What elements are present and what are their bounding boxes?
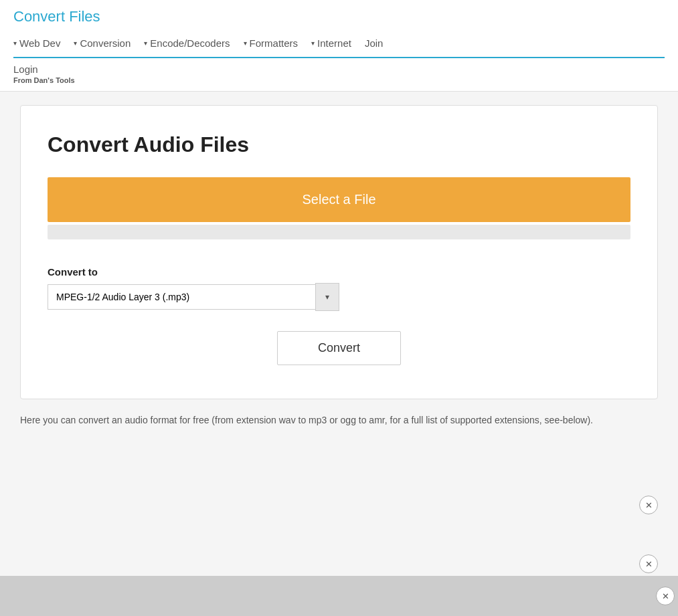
- site-title[interactable]: Convert Files: [13, 8, 100, 25]
- main-card: Convert Audio Files Select a File Conver…: [20, 105, 658, 399]
- file-input-bar: [48, 225, 630, 239]
- description-text: Here you can convert an audio format for…: [20, 413, 658, 427]
- ad-container-1: ✕: [20, 434, 658, 514]
- select-dropdown-arrow[interactable]: ▾: [315, 283, 339, 311]
- page-title: Convert Audio Files: [48, 132, 630, 157]
- nav-item-join[interactable]: Join: [365, 37, 384, 49]
- nav-item-encode[interactable]: ▾ Encode/Decoders: [144, 37, 230, 49]
- close-icon: ✕: [662, 591, 669, 601]
- header: Convert Files ▾ Web Dev ▾ Conversion ▾ E…: [0, 0, 678, 92]
- close-icon: ✕: [645, 559, 653, 569]
- format-select[interactable]: MPEG-1/2 Audio Layer 3 (.mp3) Waveform A…: [48, 284, 315, 310]
- login-section: Login From Dan's Tools: [13, 57, 665, 91]
- nav-label-webdev: Web Dev: [19, 37, 60, 49]
- nav-label-encode: Encode/Decoders: [150, 37, 230, 49]
- chevron-down-icon: ▾: [74, 39, 77, 47]
- close-icon: ✕: [645, 500, 653, 510]
- nav-item-webdev[interactable]: ▾ Web Dev: [13, 37, 60, 49]
- login-link[interactable]: Login: [13, 64, 665, 75]
- nav-label-formatters: Formatters: [250, 37, 299, 49]
- nav-label-internet: Internet: [317, 37, 351, 49]
- convert-button[interactable]: Convert: [277, 331, 401, 365]
- nav-bar: ▾ Web Dev ▾ Conversion ▾ Encode/Decoders…: [13, 31, 665, 56]
- chevron-down-icon: ▾: [13, 39, 17, 47]
- from-text: From: [13, 76, 32, 84]
- chevron-down-icon: ▾: [311, 39, 315, 47]
- description: Here you can convert an audio format for…: [20, 413, 658, 427]
- chevron-down-icon: ▾: [325, 292, 329, 302]
- bottom-ad-close-button[interactable]: ✕: [656, 587, 675, 605]
- header-top: Convert Files: [13, 0, 665, 31]
- chevron-down-icon: ▾: [144, 39, 147, 47]
- nav-item-internet[interactable]: ▾ Internet: [311, 37, 351, 49]
- chevron-down-icon: ▾: [244, 39, 247, 47]
- nav-item-conversion[interactable]: ▾ Conversion: [74, 37, 131, 49]
- ad-container-2: ✕: [20, 521, 658, 575]
- bottom-ad-bar: ✕: [0, 576, 678, 616]
- convert-section: Convert to MPEG-1/2 Audio Layer 3 (.mp3)…: [48, 266, 630, 365]
- nav-label-join: Join: [365, 37, 384, 49]
- ad-area-1: [20, 434, 658, 514]
- select-file-button[interactable]: Select a File: [48, 177, 630, 222]
- convert-to-label: Convert to: [48, 266, 630, 278]
- main-content: Convert Audio Files Select a File Conver…: [0, 92, 678, 588]
- nav-label-conversion: Conversion: [80, 37, 131, 49]
- from-source: Dan's Tools: [34, 76, 75, 84]
- format-select-wrapper: MPEG-1/2 Audio Layer 3 (.mp3) Waveform A…: [48, 283, 630, 311]
- nav-item-formatters[interactable]: ▾ Formatters: [244, 37, 299, 49]
- from-label: From Dan's Tools: [13, 76, 665, 84]
- ad-close-button-2[interactable]: ✕: [639, 554, 658, 573]
